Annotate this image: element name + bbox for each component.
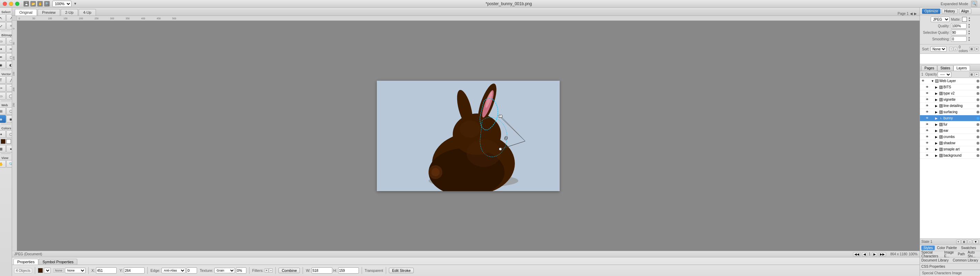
none-btn[interactable]: None	[54, 268, 64, 273]
sort-asc-icon[interactable]: ↑	[949, 47, 953, 51]
window-controls[interactable]	[3, 2, 19, 6]
sel-up[interactable]: ▲	[968, 30, 970, 32]
pencil-tool[interactable]: ✒	[0, 53, 6, 61]
state-dup-btn[interactable]: ⊕	[961, 240, 967, 244]
smoothing-stepper[interactable]: ▲ ▼	[968, 36, 970, 42]
selective-stepper[interactable]: ▲ ▼	[968, 30, 970, 35]
state-add-btn[interactable]: +	[956, 240, 961, 244]
layer-expand-vignette[interactable]: ▶	[935, 98, 939, 102]
ellipse-tool[interactable]: ◯	[6, 92, 13, 100]
edge-select[interactable]: Anti-Alias	[161, 268, 186, 273]
format-select[interactable]: JPEG	[931, 17, 950, 22]
maximize-button[interactable]	[15, 2, 19, 6]
quality-stepper[interactable]: ▲ ▼	[968, 23, 970, 29]
combine-button[interactable]: Combine	[278, 268, 300, 273]
panel-row-doc-lib[interactable]: Document Library Common Library	[920, 257, 980, 263]
zoom-dropdown-icon[interactable]: ▼	[73, 2, 77, 6]
layer-expand-bits[interactable]: ▶	[935, 86, 939, 89]
edit-stroke-button[interactable]: Edit Stroke	[389, 268, 414, 273]
nav-last-btn[interactable]: ▶▶	[878, 252, 886, 256]
hotspot-tool[interactable]: ⬡	[6, 107, 13, 115]
x-input[interactable]	[96, 267, 117, 274]
h-input[interactable]	[338, 267, 359, 274]
nav-prev-btn[interactable]: ◀	[862, 252, 867, 256]
tab-states[interactable]: States	[937, 65, 953, 71]
layer-eye-vignette[interactable]: 👁	[925, 97, 930, 102]
layer-expand-ear[interactable]: ▶	[935, 129, 939, 132]
tab-original[interactable]: Original	[15, 9, 37, 16]
layer-eye-background[interactable]: 👁	[925, 153, 930, 158]
state-del-btn[interactable]: −	[967, 240, 972, 244]
smooth-down[interactable]: ▼	[968, 39, 970, 42]
layer-expand-shadow[interactable]: ▶	[935, 141, 939, 145]
eyedropper-tool[interactable]: ✦	[0, 130, 6, 138]
web-tool-active[interactable]: ◈	[0, 115, 6, 123]
brush-tool[interactable]: ✏	[6, 45, 13, 53]
tab-swatches[interactable]: Swatches	[959, 246, 978, 250]
scale-tool[interactable]: ⤢	[0, 22, 6, 30]
layer-eye-line-detailing[interactable]: 👁	[925, 103, 930, 108]
matte-stepper[interactable]: ▲ ▼	[968, 17, 971, 22]
nav-next[interactable]: ▶	[914, 12, 917, 16]
fill-color-swatch[interactable]	[38, 268, 43, 273]
matte-up[interactable]: ▲	[968, 17, 971, 19]
selective-input[interactable]	[951, 30, 967, 35]
layer-background[interactable]: 👁 ▶ L background	[920, 152, 980, 159]
y-input[interactable]	[124, 267, 145, 274]
color-mode-tool[interactable]: ●	[6, 145, 13, 152]
layer-smaple-art[interactable]: 👁 ▶ L smaple art	[920, 146, 980, 152]
layer-eye-web-layer[interactable]: 👁	[921, 79, 926, 84]
texture-pct-input[interactable]	[236, 267, 247, 274]
tab-color-palette[interactable]: Color Palette	[935, 246, 959, 250]
layer-expand-surfacing[interactable]: ▶	[935, 110, 939, 114]
eraser-tool[interactable]: ◻	[6, 53, 13, 61]
tab-styles[interactable]: Styles	[921, 246, 935, 250]
layer-expand-fur[interactable]: ▶	[935, 123, 939, 126]
subselect-tool[interactable]: ↗	[6, 14, 13, 22]
layer-eye-crumbs[interactable]: 👁	[925, 135, 930, 140]
tab-properties[interactable]: Properties	[13, 259, 38, 265]
opacity-select[interactable]: ----	[937, 72, 951, 77]
foreground-color[interactable]	[1, 139, 6, 144]
layer-eye-fur[interactable]: 👁	[925, 122, 930, 127]
panel-row-css[interactable]: CSS Properties	[920, 263, 980, 270]
filter-add-btn[interactable]: +	[265, 268, 269, 273]
layer-bits[interactable]: 👁 ▶ L BITS	[920, 84, 980, 90]
marquee-tool[interactable]: ▭	[0, 37, 6, 45]
sort-select[interactable]: None	[931, 46, 947, 52]
tab-history[interactable]: History	[942, 9, 957, 14]
title-bar-controls[interactable]: 💾 📂 ✋ 🔍	[24, 1, 50, 6]
layer-crumbs[interactable]: 👁 ▶ L crumbs	[920, 134, 980, 140]
paint-bucket-tool[interactable]: ⬡	[6, 130, 13, 138]
tab-two-up[interactable]: 2-Up	[61, 9, 78, 16]
tab-align[interactable]: Align	[959, 9, 971, 14]
crop-tool[interactable]: ⌗	[6, 22, 13, 30]
save-icon[interactable]: 💾	[24, 1, 29, 6]
hand-view-tool[interactable]: ✋	[0, 160, 6, 168]
tab-four-up[interactable]: 4-Up	[79, 9, 96, 16]
nav-prev[interactable]: ◀	[910, 12, 913, 16]
bezier-tool[interactable]: ⌒	[6, 84, 13, 92]
layer-expand-line-detailing[interactable]: ▶	[935, 104, 939, 108]
nav-next-btn[interactable]: ▶	[872, 252, 877, 256]
panel-row-special-chars[interactable]: Special Characters Image E... Path Auto …	[920, 251, 980, 257]
layer-all-btn[interactable]: ⊞	[969, 73, 974, 76]
web-tool-2[interactable]: ◉	[6, 115, 13, 123]
layer-eye-bunny[interactable]: 👁	[925, 116, 930, 121]
tab-preview[interactable]: Preview	[38, 9, 60, 16]
pointer-tool[interactable]: ↖	[0, 14, 6, 22]
filters-controls[interactable]: + −	[265, 268, 273, 273]
layer-eye-type-v2[interactable]: 👁	[925, 91, 930, 96]
layer-expand-type-v2[interactable]: ▶	[935, 92, 939, 95]
layer-type-v2[interactable]: 👁 ▶ L type v2	[920, 90, 980, 97]
layer-web-layer[interactable]: 👁 ▼ W Web Layer	[920, 78, 980, 84]
quality-down[interactable]: ▼	[968, 26, 970, 29]
filter-del-btn[interactable]: −	[269, 268, 273, 273]
dodge-tool[interactable]: ◐	[6, 61, 13, 69]
blur-tool[interactable]: ◉	[0, 61, 6, 69]
lasso-tool[interactable]: ◌	[6, 37, 13, 45]
layer-eye-smaple-art[interactable]: 👁	[925, 147, 930, 152]
color-all-btn[interactable]: ⊞	[969, 47, 974, 51]
zoom-select[interactable]: 100%	[52, 1, 72, 7]
zoom-view-tool[interactable]: 🔍	[6, 160, 13, 168]
